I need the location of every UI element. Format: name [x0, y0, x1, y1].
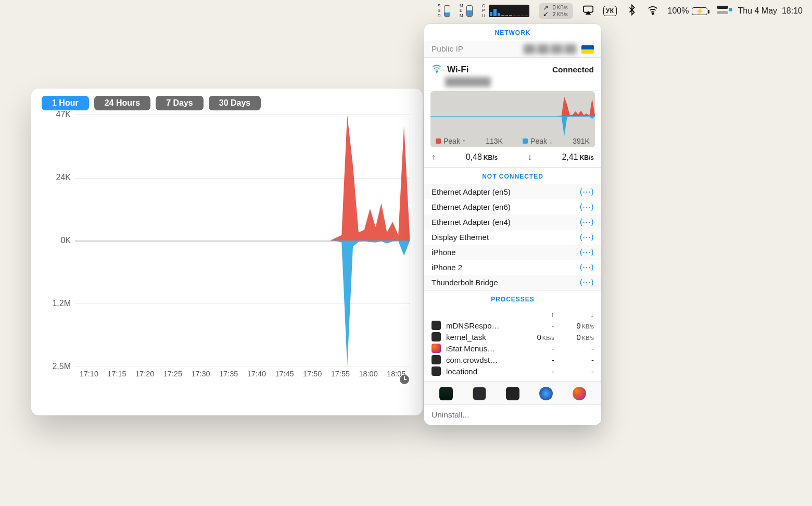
- not-connected-item[interactable]: Ethernet Adapter (en5) ⟨⋯⟩: [424, 184, 601, 199]
- ssd-bar-icon: [444, 5, 450, 17]
- wifi-mini-chart: Peak ↑ 113K Peak ↓ 391K: [430, 91, 595, 147]
- wifi-icon[interactable]: [647, 4, 658, 18]
- app-istat-menus-icon[interactable]: [573, 387, 586, 400]
- chart-window: 1 Hour 24 Hours 7 Days 30 Days 47K 24K 0…: [31, 88, 423, 415]
- process-upload: 0KB/s: [518, 333, 554, 341]
- process-row[interactable]: com.crowdst… - -: [432, 354, 594, 365]
- plot-area: [75, 115, 410, 366]
- not-connected-item[interactable]: iPhone 2 ⟨⋯⟩: [424, 260, 601, 275]
- interface-name: Thunderbolt Bridge: [432, 278, 498, 287]
- tab-24-hours[interactable]: 24 Hours: [94, 96, 150, 110]
- interface-name: iPhone: [432, 248, 456, 257]
- process-download: -: [557, 367, 594, 376]
- process-download: 0KB/s: [557, 333, 594, 341]
- col-download-icon: ↓: [557, 310, 594, 319]
- interface-status-icon: ⟨⋯⟩: [579, 277, 594, 287]
- mem-bar-icon: [466, 5, 473, 17]
- process-row[interactable]: kernel_task 0KB/s 0KB/s: [432, 331, 594, 343]
- quick-launch-row: [424, 381, 601, 404]
- not-connected-item[interactable]: Thunderbolt Bridge ⟨⋯⟩: [424, 275, 601, 290]
- battery-icon: ⚡: [692, 7, 707, 15]
- uninstall-button[interactable]: Uninstall...: [424, 404, 601, 425]
- ssd-indicator[interactable]: SSD: [438, 5, 450, 17]
- not-connected-list: Ethernet Adapter (en5) ⟨⋯⟩Ethernet Adapt…: [424, 184, 601, 290]
- cpu-indicator[interactable]: CPU: [482, 5, 529, 17]
- menubar: SSD MEM CPU ↗↙ 0KB/s 2KB/s УК 100% ⚡: [0, 0, 812, 22]
- process-upload: -: [518, 344, 554, 353]
- mem-label: MEM: [460, 4, 463, 18]
- public-ip-value: ██.██.██.██: [524, 44, 576, 53]
- not-connected-item[interactable]: Display Ethernet ⟨⋯⟩: [424, 230, 601, 245]
- processes-table: ↑ ↓ mDNSRespo… - 9KB/s kernel_task 0KB/s…: [424, 307, 601, 381]
- process-name: locationd: [446, 367, 515, 376]
- not-connected-item[interactable]: Ethernet Adapter (en6) ⟨⋯⟩: [424, 199, 601, 214]
- download-arrow-icon: ↓: [528, 153, 532, 162]
- ssd-label: SSD: [438, 4, 441, 18]
- clock-icon[interactable]: [400, 375, 409, 384]
- process-download: -: [557, 344, 594, 353]
- process-name: kernel_task: [446, 333, 515, 341]
- public-ip-row: Public IP ██.██.██.██: [424, 41, 601, 57]
- process-download: -: [557, 356, 594, 364]
- interface-name: iPhone 2: [432, 263, 462, 272]
- wifi-ssid: ████████: [445, 77, 491, 86]
- wifi-rates: ↑ 0,48KB/s ↓ 2,41KB/s: [424, 147, 601, 167]
- process-upload: -: [518, 367, 554, 376]
- upload-arrow-icon: ↑: [432, 153, 436, 162]
- network-chart: 47K 24K 0K 1,2M 2,5M 17:1017:15 17:2017:…: [42, 115, 412, 385]
- process-icon: [432, 332, 441, 341]
- clock[interactable]: Thu 4 May 18:10: [738, 6, 803, 16]
- interface-name: Display Ethernet: [432, 233, 489, 242]
- not-connected-item[interactable]: Ethernet Adapter (en4) ⟨⋯⟩: [424, 214, 601, 230]
- app-activity-monitor-icon[interactable]: [439, 387, 453, 400]
- battery-percent: 100%: [668, 6, 689, 16]
- col-upload-icon: ↑: [518, 310, 554, 319]
- x-axis-labels: 17:1017:15 17:2017:25 17:3017:35 17:4017…: [75, 370, 410, 385]
- battery-status[interactable]: 100% ⚡: [668, 6, 708, 16]
- section-not-connected-title: NOT CONNECTED: [424, 168, 601, 184]
- process-row[interactable]: locationd - -: [432, 365, 594, 377]
- network-menu-item[interactable]: ↗↙ 0KB/s 2KB/s: [539, 3, 573, 19]
- tab-1-hour[interactable]: 1 Hour: [42, 96, 89, 110]
- cpu-label: CPU: [482, 4, 485, 18]
- control-center-icon[interactable]: [717, 6, 728, 16]
- wifi-icon: [432, 63, 442, 76]
- app-console-icon[interactable]: [473, 387, 486, 400]
- process-name: mDNSRespo…: [446, 321, 515, 330]
- tab-7-days[interactable]: 7 Days: [156, 96, 204, 110]
- bluetooth-icon[interactable]: [626, 4, 638, 18]
- interface-status-icon: ⟨⋯⟩: [579, 262, 594, 272]
- interface-status-icon: ⟨⋯⟩: [579, 247, 594, 257]
- wifi-row[interactable]: Wi-Fi Connected: [424, 58, 601, 77]
- public-ip-label: Public IP: [432, 44, 463, 54]
- interface-status-icon: ⟨⋯⟩: [579, 187, 594, 197]
- mem-indicator[interactable]: MEM: [460, 5, 473, 17]
- wifi-status: Connected: [552, 65, 594, 74]
- net-arrows-icon: ↗↙: [543, 5, 549, 17]
- process-row[interactable]: iStat Menus… - -: [432, 343, 594, 354]
- process-row[interactable]: mDNSRespo… - 9KB/s: [432, 320, 594, 331]
- wifi-name: Wi-Fi: [447, 65, 468, 75]
- network-popover: NETWORK Public IP ██.██.██.██ Wi-Fi Conn…: [424, 24, 601, 425]
- interface-status-icon: ⟨⋯⟩: [579, 232, 594, 242]
- y-axis-labels: 47K 24K 0K 1,2M 2,5M: [42, 115, 75, 366]
- process-icon: [432, 366, 441, 376]
- interface-status-icon: ⟨⋯⟩: [579, 217, 594, 227]
- flag-ukraine-icon: [581, 45, 594, 54]
- app-terminal-icon[interactable]: [506, 387, 519, 400]
- not-connected-item[interactable]: iPhone ⟨⋯⟩: [424, 245, 601, 260]
- process-download: 9KB/s: [557, 321, 594, 330]
- interface-name: Ethernet Adapter (en4): [432, 218, 511, 226]
- app-network-utility-icon[interactable]: [539, 387, 553, 400]
- tab-30-days[interactable]: 30 Days: [209, 96, 261, 110]
- process-name: iStat Menus…: [446, 344, 515, 353]
- interface-status-icon: ⟨⋯⟩: [579, 202, 594, 212]
- cpu-graph-icon: [489, 5, 529, 17]
- svg-point-2: [436, 71, 438, 72]
- process-icon: [432, 344, 441, 353]
- input-source[interactable]: УК: [603, 6, 617, 16]
- airplay-icon[interactable]: [582, 4, 594, 18]
- interface-name: Ethernet Adapter (en6): [432, 203, 511, 211]
- time-range-tabs: 1 Hour 24 Hours 7 Days 30 Days: [42, 96, 412, 110]
- process-name: com.crowdst…: [446, 356, 515, 364]
